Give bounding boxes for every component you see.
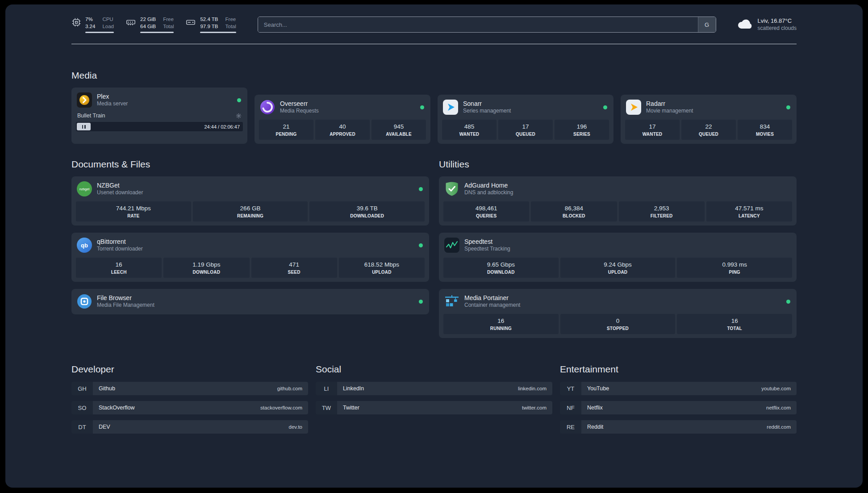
bookmark-reddit[interactable]: RE Redditreddit.com (560, 420, 797, 434)
service-name: AdGuard Home (464, 181, 513, 189)
service-card-qbittorrent[interactable]: qb qBittorrent Torrent downloader 16LEEC… (71, 233, 429, 282)
service-desc: Media File Management (97, 302, 154, 309)
stat-tile: 39.6 TBDOWNLOADED (309, 201, 425, 221)
service-card-filebrowser[interactable]: File Browser Media File Management (71, 289, 429, 314)
now-playing-title: Bullet Train (77, 113, 105, 119)
disk-total-label: Total (225, 23, 236, 30)
memory-free: 22 GiB (140, 16, 156, 23)
section-title-documents: Documents & Files (71, 159, 429, 170)
media-player-bar: 24:44 / 02:06:47 (76, 122, 243, 131)
section-title-media: Media (71, 70, 797, 81)
service-card-radarr[interactable]: Radarr Movie management 17WANTED 22QUEUE… (621, 95, 797, 144)
filebrowser-icon (77, 294, 92, 309)
cpu-label: CPU (102, 16, 114, 23)
bookmark-github[interactable]: GH Githubgithub.com (71, 382, 308, 395)
service-desc: Movie management (646, 108, 693, 115)
section-title-developer: Developer (71, 364, 308, 375)
stat-tile: 16RUNNING (443, 314, 559, 334)
service-card-speedtest[interactable]: Speedtest Speedtest Tracking 9.65 GbpsDO… (439, 233, 797, 282)
bookmark-abbr: DT (71, 420, 93, 434)
pause-button[interactable] (77, 123, 91, 130)
service-name: Radarr (646, 100, 693, 108)
cpu-usage-bar (85, 32, 114, 33)
top-bar: 7% 3.24 CPU Load (71, 16, 797, 33)
bookmarks-entertainment: Entertainment YT YouTubeyoutube.com NF N… (560, 338, 797, 439)
weather-condition: scattered clouds (758, 25, 797, 32)
sonarr-icon (443, 100, 458, 115)
stat-tile: 9.65 GbpsDOWNLOAD (443, 258, 559, 278)
qbittorrent-icon: qb (77, 238, 92, 253)
cpu-percent: 7% (85, 16, 95, 23)
service-card-plex[interactable]: Plex Media server Bullet Train 24:44 / 0… (71, 88, 247, 144)
service-card-portainer[interactable]: Media Portainer Container management 16R… (439, 289, 797, 338)
cpu-load-label: Load (102, 23, 114, 30)
stat-tile: 618.52 MbpsUPLOAD (339, 258, 425, 278)
disk-usage-bar (200, 32, 236, 33)
bookmark-abbr: GH (71, 382, 93, 395)
memory-total-label: Total (163, 23, 174, 30)
service-name: Sonarr (463, 100, 511, 108)
bookmarks-social: Social LI LinkedInlinkedin.com TW Twitte… (316, 338, 552, 420)
cpu-widget: 7% 3.24 CPU Load (71, 16, 114, 33)
bookmark-linkedin[interactable]: LI LinkedInlinkedin.com (316, 382, 552, 395)
section-title-social: Social (316, 364, 552, 375)
memory-usage-bar (140, 32, 174, 33)
adguard-icon (444, 181, 459, 196)
service-name: File Browser (97, 294, 154, 302)
disk-free-label: Free (225, 16, 236, 23)
weather-location: Lviv, 16.87°C (758, 17, 797, 25)
stat-tile: 22QUEUED (681, 120, 736, 140)
bookmarks-developer: Developer GH Githubgithub.com SO StackOv… (71, 338, 308, 439)
stat-tile: 498,461QUERIES (443, 201, 529, 221)
documents-column: Documents & Files nzbget NZBGet Usenet d… (71, 144, 429, 314)
stat-tile: 17WANTED (625, 120, 680, 140)
stat-tile: 471SEED (251, 258, 337, 278)
stat-tile: 9.24 GbpsUPLOAD (560, 258, 676, 278)
bookmark-netflix[interactable]: NF Netflixnetflix.com (560, 401, 797, 414)
service-card-adguard[interactable]: AdGuard Home DNS and adblocking 498,461Q… (439, 176, 797, 226)
bookmark-youtube[interactable]: YT YouTubeyoutube.com (560, 382, 797, 395)
bookmark-abbr: RE (560, 420, 581, 434)
stat-tile: 266 GBREMAINING (193, 201, 308, 221)
portainer-icon (444, 294, 459, 309)
service-name: Media Portainer (464, 294, 520, 302)
memory-icon (125, 17, 136, 33)
section-title-entertainment: Entertainment (560, 364, 797, 375)
utilities-column: Utilities AdGuard Home DNS and adblockin… (439, 144, 797, 338)
dashboard: 7% 3.24 CPU Load (5, 4, 863, 488)
stat-tile: 945AVAILABLE (371, 120, 426, 140)
stat-tile: 2,953FILTERED (619, 201, 705, 221)
service-card-sonarr[interactable]: Sonarr Series management 485WANTED 17QUE… (438, 95, 613, 144)
speedtest-icon (444, 238, 459, 253)
service-card-overseerr[interactable]: Overseerr Media Requests 21PENDING 40APP… (255, 95, 430, 144)
status-dot (419, 300, 423, 304)
service-name: NZBGet (97, 181, 143, 189)
disk-free: 52.4 TB (200, 16, 218, 23)
status-dot (786, 300, 790, 304)
service-desc: Usenet downloader (97, 189, 143, 196)
stat-tile: 0STOPPED (560, 314, 676, 334)
search-provider-button[interactable]: G (698, 17, 716, 32)
memory-widget: 22 GiB 64 GiB Free Total (125, 16, 174, 33)
stat-tile: 834MOVIES (738, 120, 792, 140)
bookmark-twitter[interactable]: TW Twittertwitter.com (316, 401, 552, 414)
stat-tile: 1.19 GbpsDOWNLOAD (163, 258, 249, 278)
bookmark-stackoverflow[interactable]: SO StackOverflowstackoverflow.com (71, 401, 308, 414)
status-dot (237, 98, 241, 102)
status-dot (419, 243, 423, 247)
gear-icon[interactable] (236, 113, 242, 119)
stat-tile: 86,384BLOCKED (531, 201, 617, 221)
service-name: Plex (97, 92, 128, 100)
stat-tile: 744.21 MbpsRATE (76, 201, 191, 221)
status-dot (603, 105, 607, 109)
service-name: qBittorrent (97, 238, 143, 246)
cloud-icon (737, 18, 753, 32)
search-input[interactable] (258, 17, 698, 32)
bookmark-abbr: NF (560, 401, 581, 414)
status-dot (419, 187, 423, 191)
search: G (258, 17, 716, 33)
stat-tile: 40APPROVED (315, 120, 370, 140)
service-card-nzbget[interactable]: nzbget NZBGet Usenet downloader 744.21 M… (71, 176, 429, 226)
bookmark-dev[interactable]: DT DEVdev.to (71, 420, 308, 434)
memory-total: 64 GiB (140, 23, 156, 30)
